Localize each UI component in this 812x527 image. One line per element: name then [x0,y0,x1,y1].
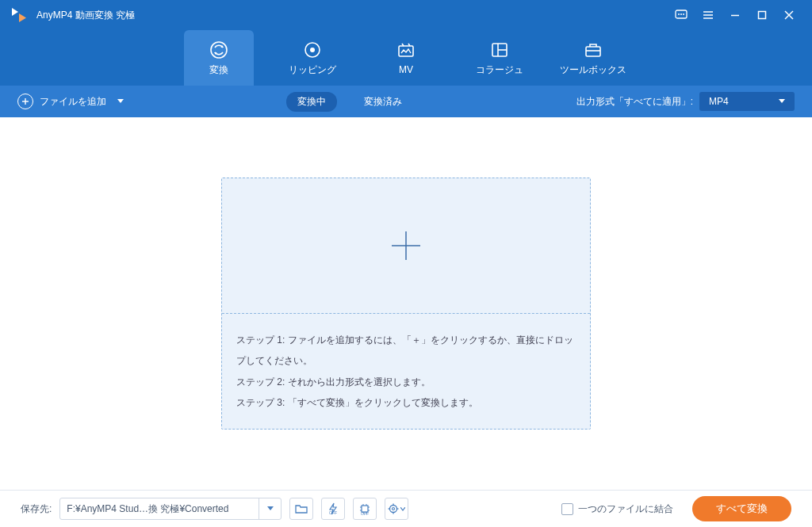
output-path-box: F:¥AnyMP4 Stud…換 究極¥Converted [59,498,282,520]
feedback-icon[interactable] [668,0,695,30]
nav-ripping[interactable]: リッピング [278,30,347,86]
highspeed-button[interactable]: OFF [353,498,377,520]
plus-circle-icon [17,94,33,109]
step-1: ステップ 1: ファイルを追加するには、「＋」をクリックするか、直接にドロップし… [236,330,576,372]
svg-point-36 [393,508,395,510]
svg-point-13 [310,48,315,52]
lightning-icon: OFF [327,502,339,515]
dropzone-click-area[interactable] [222,178,590,313]
svg-rect-18 [586,47,600,56]
nav-label: リッピング [289,63,336,77]
output-path-dropdown[interactable] [259,498,281,519]
dropzone: ステップ 1: ファイルを追加するには、「＋」をクリックするか、直接にドロップし… [221,178,591,430]
nav-label: 変換 [209,63,228,77]
app-title: AnyMP4 動画変換 究極 [36,9,135,22]
add-file-button[interactable]: ファイルを追加 [17,94,124,109]
chevron-down-icon [400,507,405,511]
svg-point-1 [678,13,680,15]
toolbox-icon [584,40,603,60]
saveto-label: 保存先: [21,502,52,516]
main-nav: 変換 リッピング MV コラージュ ツールボックス [0,30,812,86]
output-path-text: F:¥AnyMP4 Stud…換 究極¥Converted [60,502,259,516]
convert-icon [209,40,229,60]
svg-point-3 [683,13,684,15]
svg-text:OFF: OFF [361,511,369,516]
tab-converted[interactable]: 変換済み [353,92,413,112]
svg-point-11 [211,42,227,58]
subtabs: 変換中 変換済み [286,92,413,112]
convert-all-button[interactable]: すべて変換 [692,496,791,521]
close-button[interactable] [776,0,802,30]
chevron-down-icon [779,99,785,104]
gear-icon [388,503,399,514]
svg-text:OFF: OFF [329,510,337,515]
checkbox-icon [561,503,573,515]
collage-icon [490,40,509,60]
nav-convert[interactable]: 変換 [184,30,254,86]
settings-button[interactable] [385,498,408,520]
output-format-select[interactable]: MP4 [699,92,795,111]
subbar: ファイルを追加 変換中 変換済み 出力形式「すべてに適用」: MP4 [0,86,812,117]
add-file-label: ファイルを追加 [40,95,106,109]
cpu-icon: OFF [358,502,371,515]
app-logo-icon [10,6,29,25]
open-folder-button[interactable] [289,498,313,520]
mv-icon [396,40,416,61]
disc-icon [303,40,322,60]
step-3: ステップ 3: 「すべて変換」をクリックして変換します。 [236,392,576,413]
instructions: ステップ 1: ファイルを追加するには、「＋」をクリックするか、直接にドロップし… [222,313,590,430]
svg-point-2 [680,13,682,15]
step-2: ステップ 2: それから出力形式を選択します。 [236,372,576,392]
folder-icon [295,503,308,514]
titlebar: AnyMP4 動画変換 究極 [0,0,812,30]
plus-icon [389,228,423,263]
nav-label: ツールボックス [560,63,626,77]
minimize-button[interactable] [722,0,749,30]
nav-toolbox[interactable]: ツールボックス [558,30,628,86]
nav-mv[interactable]: MV [371,30,441,86]
output-format-label: 出力形式「すべてに適用」: [576,95,693,109]
nav-collage[interactable]: コラージュ [465,30,534,86]
nav-label: コラージュ [476,63,523,77]
nav-label: MV [399,64,413,75]
merge-label: 一つのファイルに結合 [578,502,673,516]
tab-converting[interactable]: 変換中 [286,92,337,112]
chevron-down-icon [117,99,124,104]
hwaccel-button[interactable]: OFF [321,498,345,520]
maximize-button[interactable] [749,0,776,30]
svg-rect-8 [759,12,766,19]
menu-icon[interactable] [695,0,722,30]
bottombar: 保存先: F:¥AnyMP4 Stud…換 究極¥Converted OFF O… [0,490,812,527]
output-format-value: MP4 [709,96,729,107]
merge-checkbox[interactable]: 一つのファイルに結合 [561,502,673,516]
svg-rect-14 [399,46,413,56]
content-area: ステップ 1: ファイルを追加するには、「＋」をクリックするか、直接にドロップし… [0,117,812,490]
svg-point-35 [390,506,397,513]
